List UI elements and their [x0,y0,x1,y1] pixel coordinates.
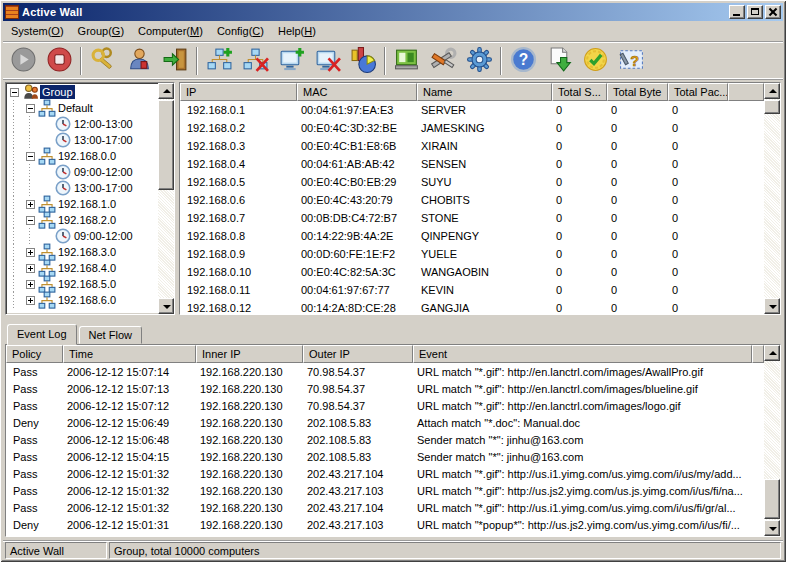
menu-help[interactable]: Help(H) [271,23,323,39]
scroll-down-button[interactable] [764,520,780,536]
start-button[interactable] [5,44,41,78]
tree-expander-icon[interactable] [22,212,38,228]
column-header[interactable]: IP [180,83,297,101]
tree-item[interactable]: 192.168.3.0 [6,244,158,260]
menu-config[interactable]: Config(C) [210,23,271,39]
register-check-button[interactable] [577,44,613,78]
tree-item[interactable]: 09:00-12:00 [6,228,158,244]
exit-door-button[interactable] [157,44,193,78]
password-keys-button[interactable] [85,44,121,78]
tree-item[interactable]: 09:00-12:00 [6,164,158,180]
add-computer-button[interactable] [273,44,309,78]
minimize-button[interactable] [729,5,745,19]
scroll-up-button[interactable] [764,345,780,361]
tree-expander-icon[interactable] [22,148,38,164]
computer-row[interactable]: 192.168.0.100:04:61:97:EA:E3SERVER000 [180,101,764,119]
tools-button[interactable] [425,44,461,78]
computer-row[interactable]: 192.168.0.300:E0:4C:B1:E8:6BXIRAIN000 [180,137,764,155]
scroll-up-button[interactable] [158,83,174,99]
column-header[interactable]: Policy [6,345,63,363]
event-row[interactable]: Deny2006-12-12 15:01:31192.168.220.13020… [6,516,764,533]
event-row[interactable]: Pass2006-12-12 15:01:32192.168.220.13020… [6,482,764,499]
tree-item[interactable]: 192.168.1.0 [6,196,158,212]
column-header[interactable]: MAC [297,83,417,101]
close-button[interactable] [765,5,781,19]
scroll-thumb[interactable] [764,100,780,114]
help-button[interactable]: ? [505,44,541,78]
tree-item[interactable]: 192.168.2.0 [6,212,158,228]
context-help-button[interactable]: ? [613,44,649,78]
column-header[interactable]: Time [63,345,196,363]
menu-group[interactable]: Group(G) [71,23,131,39]
computer-row[interactable]: 192.168.0.700:0B:DB:C4:72:B7STONE000 [180,209,764,227]
computer-row[interactable]: 192.168.0.600:E0:4C:43:20:79CHOBITS000 [180,191,764,209]
tree-expander-icon[interactable] [22,292,38,308]
computer-row[interactable]: 192.168.0.200:E0:4C:3D:32:BEJAMESKING000 [180,119,764,137]
operator-user-button[interactable] [121,44,157,78]
computer-row[interactable]: 192.168.0.1100:04:61:97:67:77KEVIN000 [180,281,764,299]
column-header[interactable]: Total Pac... [668,83,728,101]
computer-row[interactable]: 192.168.0.800:14:22:9B:4A:2EQINPENGY000 [180,227,764,245]
settings-gear-button[interactable] [461,44,497,78]
tree-item[interactable]: 12:00-13:00 [6,116,158,132]
performance-board-button[interactable] [389,44,425,78]
computers-scrollbar[interactable] [764,83,780,314]
scroll-up-button[interactable] [764,83,780,99]
stop-button[interactable] [41,44,77,78]
update-download-button[interactable] [541,44,577,78]
scroll-down-button[interactable] [764,298,780,314]
add-group-button[interactable] [201,44,237,78]
tree-item[interactable]: 13:00-17:00 [6,180,158,196]
event-row[interactable]: Pass2006-12-12 15:07:12192.168.220.13070… [6,397,764,414]
tree-expander-icon[interactable] [22,244,38,260]
event-row[interactable]: Pass2006-12-12 15:01:32192.168.220.13020… [6,465,764,482]
event-row[interactable]: Pass2006-12-12 15:07:13192.168.220.13070… [6,380,764,397]
tree-scrollbar[interactable] [158,83,174,314]
scroll-thumb[interactable] [764,479,780,519]
tree-item[interactable]: 192.168.0.0 [6,148,158,164]
menu-system[interactable]: System(O) [4,23,71,39]
column-header[interactable]: Outer IP [303,345,413,363]
tree-item[interactable]: Group [6,84,158,100]
add-computer-icon [278,46,305,75]
tree-expander-icon[interactable] [22,100,38,116]
tree-expander-icon[interactable] [22,260,38,276]
title-bar[interactable]: Active Wall [3,3,783,21]
column-header[interactable]: Name [417,83,552,101]
tab-event-log[interactable]: Event Log [7,324,77,345]
delete-group-button[interactable] [237,44,273,78]
computer-row[interactable]: 192.168.0.400:04:61:AB:AB:42SENSEN000 [180,155,764,173]
column-header[interactable]: Event [413,345,752,363]
event-row[interactable]: Deny2006-12-12 15:06:49192.168.220.13020… [6,414,764,431]
computer-row[interactable]: 192.168.0.1000:E0:4C:82:5A:3CWANGAOBIN00… [180,263,764,281]
outer-ip-cell: 202.43.217.104 [303,468,413,480]
tree-expander-icon[interactable] [22,276,38,292]
tree-item[interactable]: 192.168.6.0 [6,292,158,308]
event-row[interactable]: Pass2006-12-12 15:04:15192.168.220.13020… [6,448,764,465]
computer-row[interactable]: 192.168.0.1200:14:2A:8D:CE:28GANGJIA000 [180,299,764,314]
tree-item[interactable]: 192.168.4.0 [6,260,158,276]
events-scrollbar[interactable] [764,345,780,536]
statistics-pie-button[interactable] [345,44,381,78]
column-header[interactable]: Total Byte [607,83,668,101]
menu-computer[interactable]: Computer(M) [131,23,210,39]
tree-item[interactable]: 192.168.5.0 [6,276,158,292]
horizontal-splitter[interactable] [3,315,783,323]
column-header[interactable]: Inner IP [196,345,303,363]
tree-expander-icon[interactable] [22,196,38,212]
name-cell: SUYU [417,176,552,188]
computer-row[interactable]: 192.168.0.500:E0:4C:B0:EB:29SUYU000 [180,173,764,191]
event-row[interactable]: Pass2006-12-12 15:01:32192.168.220.13020… [6,499,764,516]
column-header[interactable]: Total S... [552,83,607,101]
tree-item[interactable]: 13:00-17:00 [6,132,158,148]
event-row[interactable]: Pass2006-12-12 15:07:14192.168.220.13070… [6,363,764,380]
computer-row[interactable]: 192.168.0.900:0D:60:FE:1E:F2YUELE000 [180,245,764,263]
scroll-down-button[interactable] [158,298,174,314]
maximize-button[interactable] [747,5,763,19]
event-row[interactable]: Pass2006-12-12 15:06:48192.168.220.13020… [6,431,764,448]
delete-computer-button[interactable] [309,44,345,78]
tree-item[interactable]: Default [6,100,158,116]
tree-expander-icon[interactable] [6,84,22,100]
tab-net-flow[interactable]: Net Flow [79,326,142,344]
scroll-thumb[interactable] [158,100,174,190]
